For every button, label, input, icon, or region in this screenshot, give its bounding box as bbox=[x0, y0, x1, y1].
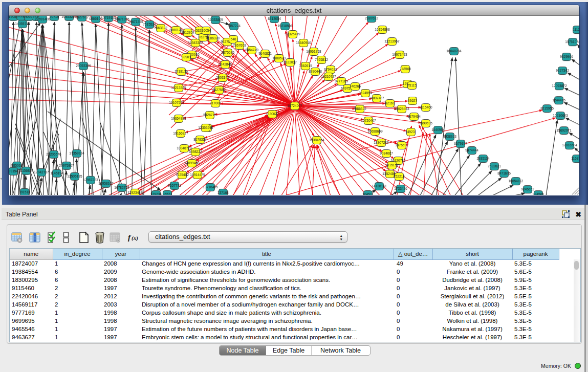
svg-text:17359924: 17359924 bbox=[69, 151, 84, 155]
svg-text:8322037: 8322037 bbox=[284, 60, 297, 63]
svg-text:20975867: 20975867 bbox=[59, 163, 74, 167]
svg-text:10973493: 10973493 bbox=[392, 53, 407, 56]
svg-text:19384554: 19384554 bbox=[309, 138, 324, 142]
svg-text:10025453: 10025453 bbox=[394, 107, 409, 111]
svg-text:10958107: 10958107 bbox=[98, 181, 114, 185]
svg-text:9329966: 9329966 bbox=[560, 55, 573, 58]
svg-text:75115: 75115 bbox=[407, 83, 417, 87]
svg-text:985061: 985061 bbox=[11, 163, 22, 167]
svg-text:15751074: 15751074 bbox=[565, 40, 579, 43]
svg-text:6679197: 6679197 bbox=[454, 142, 467, 145]
svg-text:19218506: 19218506 bbox=[277, 24, 293, 27]
svg-text:9084067: 9084067 bbox=[380, 151, 393, 155]
svg-text:817006: 817006 bbox=[209, 101, 221, 104]
svg-text:62160: 62160 bbox=[385, 101, 395, 105]
svg-text:2803144: 2803144 bbox=[216, 75, 229, 79]
svg-text:1830027: 1830027 bbox=[266, 112, 279, 115]
svg-text:1588520: 1588520 bbox=[272, 56, 286, 59]
svg-text:7986322: 7986322 bbox=[353, 107, 366, 111]
svg-text:9146821: 9146821 bbox=[258, 51, 272, 55]
svg-text:12325419: 12325419 bbox=[285, 32, 300, 35]
svg-text:7515526: 7515526 bbox=[143, 22, 156, 26]
svg-text:18724007: 18724007 bbox=[287, 103, 302, 107]
svg-text:17016504: 17016504 bbox=[562, 143, 577, 147]
svg-text:6466160: 6466160 bbox=[89, 16, 102, 20]
svg-text:16543382: 16543382 bbox=[188, 40, 203, 44]
svg-text:11156829: 11156829 bbox=[18, 168, 33, 172]
svg-text:8912954: 8912954 bbox=[181, 30, 194, 34]
svg-text:137164: 137164 bbox=[217, 190, 228, 194]
svg-text:924565: 924565 bbox=[532, 192, 543, 195]
svg-text:7663822: 7663822 bbox=[154, 26, 167, 29]
svg-text:12213967: 12213967 bbox=[384, 39, 400, 43]
svg-text:1362615: 1362615 bbox=[299, 64, 312, 68]
svg-text:2867608: 2867608 bbox=[233, 43, 246, 47]
svg-text:7625402: 7625402 bbox=[176, 172, 189, 176]
svg-text:546: 546 bbox=[230, 37, 236, 40]
svg-text:16782759: 16782759 bbox=[114, 185, 129, 189]
svg-text:7955812: 7955812 bbox=[315, 58, 328, 61]
svg-text:8813054: 8813054 bbox=[268, 16, 281, 20]
svg-text:1975692: 1975692 bbox=[395, 143, 408, 147]
svg-text:96577: 96577 bbox=[162, 192, 172, 194]
svg-text:16648784: 16648784 bbox=[446, 49, 462, 53]
svg-text:16033809: 16033809 bbox=[208, 17, 223, 21]
svg-text:252214: 252214 bbox=[393, 174, 404, 178]
svg-text:16961758: 16961758 bbox=[306, 50, 321, 53]
svg-text:9579464: 9579464 bbox=[407, 115, 421, 118]
svg-text:14099488: 14099488 bbox=[184, 161, 200, 164]
svg-text:10654112: 10654112 bbox=[508, 179, 523, 183]
svg-text:16914479: 16914479 bbox=[190, 172, 205, 176]
svg-text:1815152: 1815152 bbox=[385, 163, 399, 167]
svg-text:2718176: 2718176 bbox=[175, 69, 188, 73]
svg-text:104511: 104511 bbox=[362, 192, 374, 195]
svg-text:9599695: 9599695 bbox=[419, 121, 432, 125]
svg-text:20719: 20719 bbox=[49, 16, 59, 18]
svg-text:3875685: 3875685 bbox=[221, 50, 234, 54]
svg-text:9242845: 9242845 bbox=[219, 62, 232, 65]
svg-text:129234: 129234 bbox=[150, 192, 161, 194]
svg-text:8678354: 8678354 bbox=[193, 137, 207, 141]
svg-text:(x): (x) bbox=[132, 235, 138, 242]
svg-text:98901: 98901 bbox=[181, 55, 191, 58]
svg-text:14136141: 14136141 bbox=[372, 184, 387, 188]
svg-text:10807487: 10807487 bbox=[369, 96, 384, 100]
svg-text:16154808: 16154808 bbox=[375, 28, 390, 31]
svg-text:6794028: 6794028 bbox=[324, 68, 337, 71]
svg-text:10853267: 10853267 bbox=[61, 16, 77, 18]
svg-text:9115460: 9115460 bbox=[419, 105, 432, 109]
svg-text:12213389: 12213389 bbox=[171, 85, 186, 89]
svg-text:10688609: 10688609 bbox=[367, 129, 383, 133]
svg-text:5498222: 5498222 bbox=[189, 149, 202, 153]
svg-text:746266: 746266 bbox=[350, 84, 361, 88]
svg-text:15720407: 15720407 bbox=[361, 119, 376, 122]
svg-text:4923: 4923 bbox=[407, 130, 415, 134]
svg-text:33627: 33627 bbox=[407, 99, 417, 102]
svg-text:8454749: 8454749 bbox=[245, 48, 258, 51]
svg-text:1733426: 1733426 bbox=[394, 187, 407, 190]
svg-text:29053346: 29053346 bbox=[76, 63, 91, 67]
svg-text:3624554: 3624554 bbox=[359, 91, 372, 95]
svg-text:391513: 391513 bbox=[18, 190, 30, 193]
svg-text:15692971: 15692971 bbox=[556, 128, 572, 132]
svg-text:22691406: 22691406 bbox=[35, 17, 50, 20]
svg-text:748500: 748500 bbox=[400, 67, 411, 71]
svg-text:116753: 116753 bbox=[571, 157, 579, 160]
svg-text:16107552: 16107552 bbox=[169, 100, 184, 104]
svg-text:1527602: 1527602 bbox=[75, 16, 89, 19]
svg-text:14055713: 14055713 bbox=[15, 21, 30, 25]
svg-text:1145194: 1145194 bbox=[50, 171, 63, 174]
svg-text:12923448: 12923448 bbox=[127, 190, 143, 194]
svg-text:10671355: 10671355 bbox=[128, 19, 143, 23]
svg-text:17957223: 17957223 bbox=[83, 178, 98, 181]
svg-text:8938923: 8938923 bbox=[443, 135, 456, 138]
svg-text:9657771: 9657771 bbox=[168, 183, 181, 187]
svg-text:20206576: 20206576 bbox=[46, 152, 61, 156]
svg-text:11127: 11127 bbox=[573, 28, 579, 31]
svg-text:8471676: 8471676 bbox=[497, 171, 511, 175]
svg-text:8215955: 8215955 bbox=[540, 106, 554, 110]
svg-text:8427552: 8427552 bbox=[212, 87, 226, 91]
svg-text:12093872: 12093872 bbox=[552, 84, 567, 87]
svg-text:18640910: 18640910 bbox=[296, 41, 311, 45]
svg-text:9245652: 9245652 bbox=[521, 187, 534, 191]
